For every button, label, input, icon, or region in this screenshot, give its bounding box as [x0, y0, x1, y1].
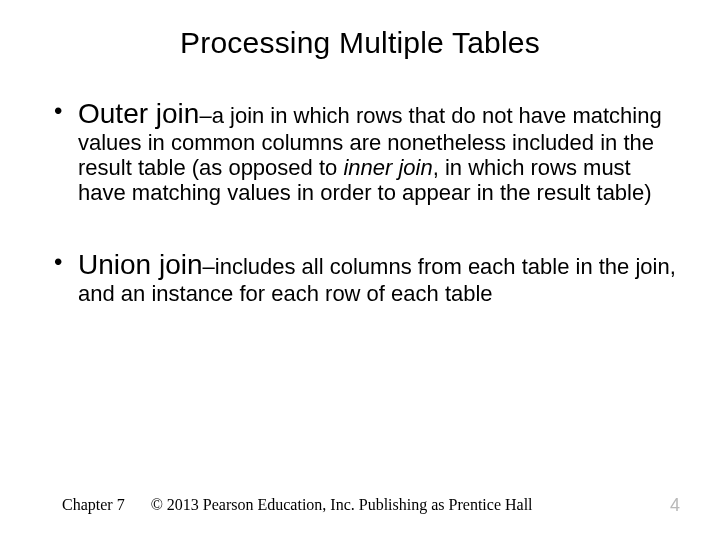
- dash: –: [203, 254, 215, 279]
- dash: –: [199, 103, 211, 128]
- list-item: Union join–includes all columns from eac…: [60, 249, 680, 306]
- slide-title: Processing Multiple Tables: [40, 26, 680, 60]
- copyright-text: © 2013 Pearson Education, Inc. Publishin…: [151, 496, 533, 514]
- term-outer-join: Outer join: [78, 98, 199, 129]
- page-number: 4: [670, 495, 680, 516]
- list-item: Outer join–a join in which rows that do …: [60, 98, 680, 205]
- footer: Chapter 7 © 2013 Pearson Education, Inc.…: [62, 496, 680, 514]
- chapter-label: Chapter 7: [62, 496, 125, 514]
- italic-text: inner join: [343, 155, 432, 180]
- bullet-list: Outer join–a join in which rows that do …: [40, 98, 680, 306]
- term-union-join: Union join: [78, 249, 203, 280]
